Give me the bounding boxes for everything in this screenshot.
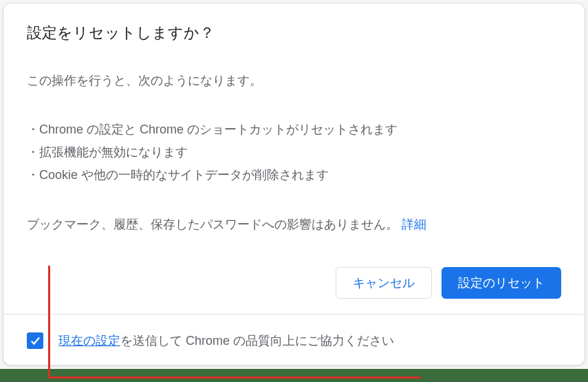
report-checkbox[interactable]: [27, 332, 43, 349]
note-text: ブックマーク、履歴、保存したパスワードへの影響はありません。: [27, 217, 402, 231]
button-row: キャンセル 設定のリセット: [27, 267, 561, 299]
dialog-intro: この操作を行うと、次のようになります。: [27, 71, 561, 91]
dialog-body: 設定をリセットしますか？ この操作を行うと、次のようになります。 ・Chrome…: [3, 3, 585, 314]
current-settings-link[interactable]: 現在の設定: [58, 334, 120, 348]
background-strip: [0, 369, 588, 382]
checkmark-icon: [29, 335, 41, 347]
bullet-list: ・Chrome の設定と Chrome のショートカットがリセットされます ・拡…: [27, 118, 561, 187]
footer-text: 現在の設定を送信して Chrome の品質向上にご協力ください: [58, 332, 394, 349]
bullet-item: ・Cookie や他の一時的なサイトデータが削除されます: [27, 164, 561, 187]
bullet-item: ・拡張機能が無効になります: [27, 141, 561, 164]
reset-settings-dialog: 設定をリセットしますか？ この操作を行うと、次のようになります。 ・Chrome…: [3, 3, 585, 365]
dialog-footer: 現在の設定を送信して Chrome の品質向上にご協力ください: [3, 314, 585, 367]
footer-rest: を送信して Chrome の品質向上にご協力ください: [120, 334, 394, 348]
details-link[interactable]: 詳細: [402, 217, 426, 231]
reset-button[interactable]: 設定のリセット: [442, 267, 561, 299]
dialog-note: ブックマーク、履歴、保存したパスワードへの影響はありません。 詳細: [27, 215, 561, 235]
cancel-button[interactable]: キャンセル: [336, 267, 432, 299]
bullet-item: ・Chrome の設定と Chrome のショートカットがリセットされます: [27, 118, 561, 141]
dialog-title: 設定をリセットしますか？: [27, 23, 561, 43]
